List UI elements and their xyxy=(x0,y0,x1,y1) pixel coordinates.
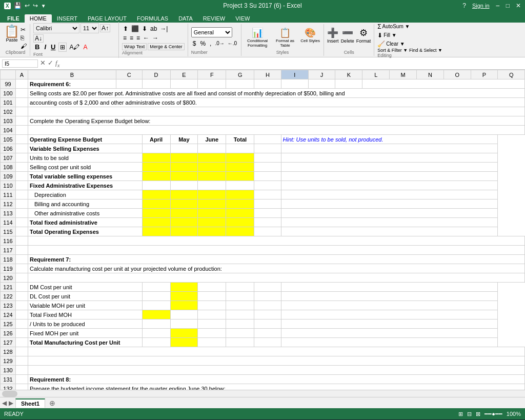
cell-121-d[interactable] xyxy=(142,283,170,292)
cell-125-b[interactable]: / Units to be produced xyxy=(28,319,143,329)
cell-113-g[interactable] xyxy=(226,209,254,218)
cell-111-d[interactable] xyxy=(142,190,170,199)
cell-105-b[interactable]: Operating Expense Budget xyxy=(28,135,143,144)
align-bottom-btn[interactable]: ⬇ xyxy=(141,25,148,33)
col-header-n[interactable]: N xyxy=(416,70,443,79)
page-break-view-btn[interactable]: ⊠ xyxy=(476,411,480,417)
increase-font-btn[interactable]: A↑ xyxy=(100,24,110,32)
cell-115-e[interactable] xyxy=(170,227,198,236)
percent-btn[interactable]: % xyxy=(198,39,207,48)
col-header-e[interactable]: E xyxy=(170,70,198,79)
row-124-header[interactable]: 124 xyxy=(1,310,16,319)
cell-131-a[interactable] xyxy=(16,375,28,384)
cell-125-d[interactable] xyxy=(142,319,170,329)
row-131-header[interactable]: 131 xyxy=(1,375,16,384)
row-119-header[interactable]: 119 xyxy=(1,264,16,273)
cell-104-a[interactable] xyxy=(16,126,28,135)
cell-110-b[interactable]: Fixed Administrative Expenses xyxy=(28,181,143,190)
row-128-header[interactable]: 128 xyxy=(1,347,16,356)
row-110-header[interactable]: 110 xyxy=(1,181,16,190)
cell-112-b[interactable]: Billing and accounting xyxy=(28,199,143,209)
cell-123-g[interactable] xyxy=(226,301,254,310)
cell-102-a[interactable] xyxy=(16,107,28,116)
format-cells-btn[interactable]: ⚙ Format xyxy=(356,27,371,44)
conditional-formatting-btn[interactable]: 📊 Conditional Formatting xyxy=(245,27,270,48)
cell-110-f[interactable] xyxy=(198,181,226,190)
autosum-btn[interactable]: ΣAutoSum ▼ xyxy=(377,23,442,30)
align-middle-btn[interactable]: ⬛ xyxy=(130,25,140,33)
cell-132-a[interactable] xyxy=(16,384,28,390)
cell-115-a[interactable] xyxy=(16,227,28,236)
cell-106-f[interactable] xyxy=(198,144,226,153)
cell-125-f[interactable] xyxy=(198,319,226,329)
cell-114-h[interactable] xyxy=(254,218,281,227)
cell-106-rest[interactable] xyxy=(281,144,498,153)
cell-126-f[interactable] xyxy=(198,329,226,338)
cell-112-f[interactable] xyxy=(198,199,226,209)
cell-112-rest[interactable] xyxy=(281,199,498,209)
cell-114-a[interactable] xyxy=(16,218,28,227)
cell-115-rest[interactable] xyxy=(281,227,498,236)
cell-108-f[interactable] xyxy=(198,163,226,172)
tab-file[interactable]: FILE xyxy=(2,14,25,23)
cell-115-b[interactable]: Total Operating Expenses xyxy=(28,227,143,236)
cell-111-b[interactable]: Depreciation xyxy=(28,190,143,199)
cell-105-e[interactable]: May xyxy=(170,135,198,144)
cell-105-d[interactable]: April xyxy=(142,135,170,144)
cell-107-f[interactable] xyxy=(198,153,226,163)
name-box[interactable] xyxy=(2,59,38,68)
cell-123-e[interactable] xyxy=(170,301,198,310)
cell-124-e[interactable] xyxy=(170,310,198,319)
cell-112-g[interactable] xyxy=(226,199,254,209)
cell-115-d[interactable] xyxy=(142,227,170,236)
cell-99-e[interactable] xyxy=(170,79,198,89)
cell-124-d[interactable] xyxy=(142,310,170,319)
format-as-table-btn[interactable]: 📋 Format as Table xyxy=(272,27,298,48)
cell-125-h[interactable] xyxy=(254,319,281,329)
cell-99-i[interactable] xyxy=(281,79,308,89)
cell-111-h[interactable] xyxy=(254,190,281,199)
cell-124-f[interactable] xyxy=(198,310,226,319)
cell-121-g[interactable] xyxy=(226,283,254,292)
cell-114-d[interactable] xyxy=(142,218,170,227)
cell-110-d[interactable] xyxy=(142,181,170,190)
row-113-header[interactable]: 113 xyxy=(1,209,16,218)
row-108-header[interactable]: 108 xyxy=(1,163,16,172)
wrap-text-btn[interactable]: Wrap Text xyxy=(122,43,147,50)
cell-99-h[interactable] xyxy=(254,79,281,89)
cell-113-d[interactable] xyxy=(142,209,170,218)
col-header-d[interactable]: D xyxy=(142,70,170,79)
cell-128-a[interactable] xyxy=(16,347,28,356)
cell-99-b[interactable]: Requirement 6: xyxy=(28,79,116,89)
cell-125-a[interactable] xyxy=(16,319,28,329)
cell-107-g[interactable] xyxy=(226,153,254,163)
quick-access-redo[interactable]: ↪ xyxy=(33,2,38,9)
cell-123-rest[interactable] xyxy=(281,301,498,310)
row-123-header[interactable]: 123 xyxy=(1,301,16,310)
cell-109-h[interactable] xyxy=(254,172,281,181)
row-115-header[interactable]: 115 xyxy=(1,227,16,236)
cell-115-h[interactable] xyxy=(254,227,281,236)
cell-105-h[interactable] xyxy=(254,135,281,144)
clear-btn[interactable]: 🧹Clear ▼ xyxy=(377,41,442,48)
col-header-i[interactable]: I xyxy=(281,70,308,79)
cell-113-f[interactable] xyxy=(198,209,226,218)
cell-108-e[interactable] xyxy=(170,163,198,172)
cell-120-b[interactable] xyxy=(28,273,525,283)
currency-btn[interactable]: $ xyxy=(191,39,198,48)
cell-109-d[interactable] xyxy=(142,172,170,181)
col-header-f[interactable]: F xyxy=(198,70,226,79)
cell-110-g[interactable] xyxy=(226,181,254,190)
row-118-header[interactable]: 118 xyxy=(1,255,16,264)
orient-btn[interactable]: ab xyxy=(149,25,158,33)
cell-100-a[interactable] xyxy=(16,89,28,98)
cell-104-b[interactable] xyxy=(28,126,525,135)
help-icon[interactable]: ? xyxy=(462,2,466,9)
cell-113-h[interactable] xyxy=(254,209,281,218)
sort-filter-btn[interactable]: Sort & Filter ▼ xyxy=(377,48,408,53)
quick-access-undo[interactable]: ↩ xyxy=(25,2,30,9)
format-painter-button[interactable]: 🖌 xyxy=(21,43,27,50)
increase-decimal-btn[interactable]: .0→ xyxy=(214,40,225,47)
cell-124-h[interactable] xyxy=(254,310,281,319)
font-size-select[interactable]: 11 xyxy=(80,23,99,33)
